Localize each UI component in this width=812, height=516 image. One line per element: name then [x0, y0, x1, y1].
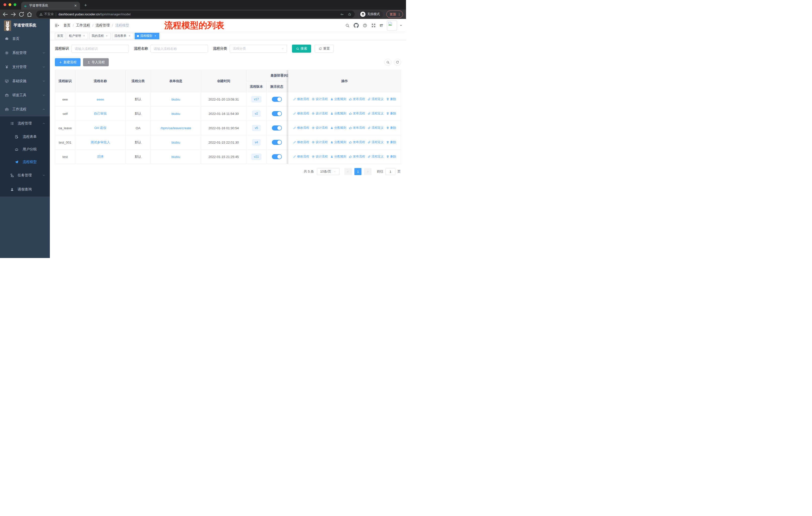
- sidebar-item-user-group[interactable]: 用户分组: [0, 143, 50, 156]
- action-publish-link[interactable]: 发布流程: [349, 155, 365, 159]
- close-icon[interactable]: ×: [153, 34, 157, 38]
- action-modify-link[interactable]: 修改流程: [293, 97, 309, 101]
- sidebar-item-system-management[interactable]: 系统管理: [0, 46, 50, 60]
- action-definition-link[interactable]: 流程定义: [368, 155, 384, 159]
- active-toggle[interactable]: [272, 97, 282, 102]
- action-publish-link[interactable]: 发布流程: [349, 111, 365, 116]
- font-size-icon[interactable]: tT: [380, 23, 383, 27]
- form-info-link[interactable]: /bpm/oa/leave/create: [161, 126, 191, 130]
- action-design-link[interactable]: 设计流程: [312, 111, 328, 116]
- help-icon[interactable]: [363, 23, 367, 28]
- process-name-link[interactable]: OA 请假: [94, 126, 107, 130]
- search-icon[interactable]: [345, 23, 350, 28]
- goto-page-input[interactable]: [385, 168, 396, 175]
- action-modify-link[interactable]: 修改流程: [293, 111, 309, 116]
- tab-process-model[interactable]: 流程模型 ×: [135, 33, 159, 39]
- action-assign-link[interactable]: 分配规则: [330, 140, 346, 144]
- next-page-button[interactable]: [364, 168, 372, 175]
- action-publish-link[interactable]: 发布流程: [349, 126, 365, 130]
- action-assign-link[interactable]: 分配规则: [330, 97, 346, 101]
- prev-page-button[interactable]: [344, 168, 352, 175]
- action-publish-link[interactable]: 发布流程: [349, 97, 365, 101]
- action-modify-link[interactable]: 修改流程: [293, 126, 309, 130]
- github-icon[interactable]: [354, 23, 359, 28]
- action-publish-link[interactable]: 发布流程: [349, 140, 365, 144]
- action-assign-link[interactable]: 分配规则: [330, 111, 346, 116]
- browser-menu-dots-icon[interactable]: [397, 12, 401, 17]
- active-toggle[interactable]: [272, 111, 282, 116]
- action-design-link[interactable]: 设计流程: [312, 97, 328, 101]
- minimize-window-button[interactable]: [8, 3, 11, 6]
- process-name-link[interactable]: 自己审批: [94, 112, 107, 115]
- form-info-link[interactable]: biubiu: [171, 98, 180, 101]
- breadcrumb-item[interactable]: 工作流程: [76, 23, 90, 28]
- home-icon[interactable]: [26, 11, 33, 18]
- action-design-link[interactable]: 设计流程: [312, 155, 328, 159]
- sidebar-item-payment-management[interactable]: 支付管理: [0, 60, 50, 74]
- sidebar-item-leave-query[interactable]: 请假查询: [0, 183, 50, 196]
- browser-tab[interactable]: 芋道管理系统 ✕: [21, 2, 80, 9]
- tab-process-form[interactable]: 流程表单 ×: [112, 33, 134, 39]
- active-toggle[interactable]: [272, 140, 282, 145]
- import-process-button[interactable]: 导入流程: [83, 58, 109, 66]
- action-design-link[interactable]: 设计流程: [312, 126, 328, 130]
- create-process-button[interactable]: 新建流程: [55, 58, 81, 66]
- action-definition-link[interactable]: 流程定义: [368, 140, 384, 144]
- key-icon[interactable]: [340, 12, 344, 17]
- action-definition-link[interactable]: 流程定义: [368, 97, 384, 101]
- close-icon[interactable]: ×: [105, 34, 109, 38]
- avatar-caret-down-icon[interactable]: [400, 24, 403, 27]
- reload-icon[interactable]: [18, 11, 25, 18]
- action-modify-link[interactable]: 修改流程: [293, 140, 309, 144]
- action-delete-link[interactable]: 删除: [386, 111, 396, 116]
- action-design-link[interactable]: 设计流程: [312, 140, 328, 144]
- toggle-search-button[interactable]: [384, 59, 392, 66]
- process-name-link[interactable]: 滔博: [97, 155, 104, 159]
- action-delete-link[interactable]: 删除: [386, 155, 396, 159]
- active-toggle[interactable]: [272, 154, 282, 159]
- breadcrumb-item[interactable]: 首页: [63, 23, 70, 28]
- hamburger-icon[interactable]: [54, 23, 59, 28]
- sidebar-item-process-model[interactable]: 流程模型: [0, 156, 50, 168]
- tab-home[interactable]: 首页: [55, 33, 65, 39]
- browser-update-button[interactable]: 更新: [386, 10, 403, 18]
- action-delete-link[interactable]: 删除: [386, 97, 396, 101]
- action-delete-link[interactable]: 删除: [386, 140, 396, 144]
- form-info-link[interactable]: biubiu: [171, 112, 180, 116]
- avatar[interactable]: [387, 20, 397, 30]
- active-toggle[interactable]: [272, 126, 282, 131]
- process-category-select[interactable]: 流程分类: [230, 45, 287, 53]
- fullscreen-icon[interactable]: [371, 23, 376, 28]
- close-icon[interactable]: ×: [127, 34, 131, 38]
- sidebar-item-process-management[interactable]: 流程管理: [0, 116, 50, 131]
- maximize-window-button[interactable]: [13, 3, 17, 6]
- action-assign-link[interactable]: 分配规则: [330, 126, 346, 130]
- action-assign-link[interactable]: 分配规则: [330, 155, 346, 159]
- action-modify-link[interactable]: 修改流程: [293, 155, 309, 159]
- action-definition-link[interactable]: 流程定义: [368, 126, 384, 130]
- sidebar-logo[interactable]: 芋道管理系统: [0, 19, 50, 32]
- sidebar-item-dev-tools[interactable]: 研发工具: [0, 88, 50, 102]
- close-window-button[interactable]: [3, 3, 6, 6]
- new-tab-button[interactable]: +: [82, 2, 89, 9]
- sidebar-item-workflow[interactable]: 工作流程: [0, 102, 50, 116]
- process-key-input[interactable]: [71, 45, 129, 53]
- tab-tenant-management[interactable]: 租户管理 ×: [67, 33, 88, 39]
- process-name-input[interactable]: [150, 45, 208, 53]
- breadcrumb-item[interactable]: 流程管理: [96, 23, 110, 28]
- back-icon[interactable]: [2, 11, 8, 18]
- bookmark-star-icon[interactable]: [348, 12, 352, 17]
- page-number-button[interactable]: 1: [354, 168, 361, 175]
- sidebar-item-task-management[interactable]: 任务管理: [0, 168, 50, 183]
- form-info-link[interactable]: biubiu: [171, 141, 180, 144]
- close-tab-icon[interactable]: ✕: [74, 4, 78, 8]
- forward-icon[interactable]: [10, 11, 17, 18]
- close-icon[interactable]: ×: [82, 34, 86, 38]
- sidebar-item-home[interactable]: 首页: [0, 32, 50, 46]
- reset-button[interactable]: 重置: [315, 45, 334, 53]
- action-definition-link[interactable]: 流程定义: [368, 111, 384, 116]
- refresh-table-button[interactable]: [394, 59, 401, 66]
- search-button[interactable]: 搜索: [292, 45, 311, 53]
- address-bar[interactable]: 不安全 dashboard.yudao.iocoder.cn /bpm/mana…: [36, 10, 355, 18]
- page-size-select[interactable]: 10条/页: [317, 168, 340, 175]
